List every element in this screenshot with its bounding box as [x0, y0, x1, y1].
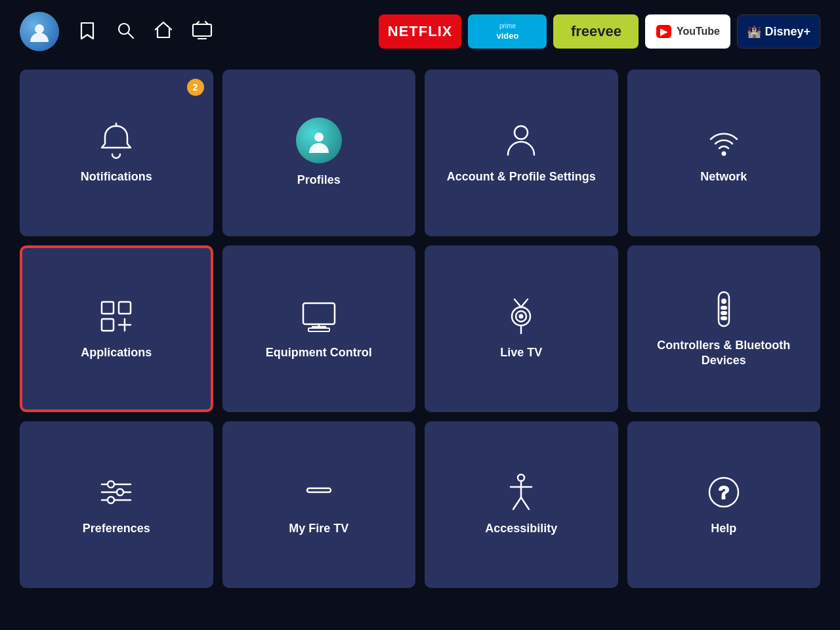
svg-point-35: [117, 489, 123, 495]
network-label: Network: [700, 169, 747, 184]
preferences-tile[interactable]: Preferences: [20, 421, 213, 588]
sliders-icon: [96, 472, 136, 512]
streaming-apps: NETFLIX prime video freevee ▶ YouTube 🏰 …: [379, 14, 820, 49]
svg-point-27: [722, 299, 726, 303]
svg-rect-12: [119, 302, 131, 314]
disney-plus-button[interactable]: 🏰 Disney+: [737, 14, 820, 49]
equipment-control-tile[interactable]: Equipment Control: [222, 245, 416, 412]
svg-line-23: [514, 299, 521, 307]
search-icon[interactable]: [116, 20, 135, 43]
account-profile-settings-tile[interactable]: Account & Profile Settings: [425, 70, 618, 236]
svg-point-9: [514, 126, 528, 139]
accessibility-label: Accessibility: [485, 521, 557, 536]
svg-rect-30: [721, 317, 726, 320]
my-fire-tv-label: My Fire TV: [289, 521, 348, 536]
svg-rect-16: [303, 303, 335, 324]
controllers-bluetooth-label: Controllers & Bluetooth Devices: [640, 338, 808, 369]
netflix-button[interactable]: NETFLIX: [379, 14, 462, 49]
svg-point-22: [520, 315, 523, 318]
svg-line-24: [521, 299, 528, 307]
notifications-tile[interactable]: 2 Notifications: [20, 70, 213, 236]
tv-icon[interactable]: [192, 20, 213, 43]
help-label: Help: [711, 521, 736, 536]
svg-line-41: [513, 497, 521, 509]
preferences-label: Preferences: [83, 521, 150, 536]
avatar[interactable]: [20, 12, 59, 51]
notifications-label: Notifications: [81, 169, 152, 184]
home-icon[interactable]: [154, 20, 173, 43]
netflix-label: NETFLIX: [388, 23, 453, 40]
person-icon: [501, 121, 541, 160]
antenna-icon: [501, 297, 541, 336]
help-tile[interactable]: ? Help: [627, 421, 821, 588]
firetv-icon: [299, 472, 339, 512]
top-nav: NETFLIX prime video freevee ▶ YouTube 🏰 …: [0, 0, 840, 63]
svg-rect-29: [721, 312, 726, 314]
applications-label: Applications: [81, 345, 152, 360]
svg-point-38: [518, 474, 524, 481]
svg-rect-37: [307, 488, 331, 492]
remote-icon: [704, 289, 744, 329]
accessibility-icon: [501, 472, 541, 512]
profiles-icon: [296, 117, 342, 163]
live-tv-label: Live TV: [500, 345, 542, 360]
live-tv-tile[interactable]: Live TV: [425, 245, 618, 412]
prime-video-button[interactable]: prime video: [468, 14, 547, 49]
prime-top-label: prime: [499, 22, 516, 30]
svg-point-34: [108, 481, 114, 488]
svg-point-0: [35, 24, 44, 33]
svg-line-42: [521, 497, 529, 509]
profiles-label: Profiles: [297, 173, 341, 188]
accessibility-tile[interactable]: Accessibility: [425, 421, 618, 588]
my-fire-tv-tile[interactable]: My Fire TV: [222, 421, 416, 588]
svg-rect-19: [308, 328, 329, 331]
freevee-label: freevee: [571, 23, 621, 40]
freevee-button[interactable]: freevee: [553, 14, 639, 49]
youtube-button[interactable]: ▶ YouTube: [645, 14, 730, 49]
svg-rect-28: [721, 306, 726, 309]
wifi-icon: [704, 121, 744, 160]
nav-icons: [77, 20, 213, 43]
help-icon: ?: [704, 472, 744, 512]
svg-text:?: ?: [718, 482, 729, 503]
svg-point-10: [722, 152, 725, 156]
notification-count-badge: 2: [187, 79, 204, 96]
prime-video-label: video: [496, 31, 518, 41]
controllers-bluetooth-tile[interactable]: Controllers & Bluetooth Devices: [627, 245, 821, 412]
profiles-tile[interactable]: Profiles: [222, 70, 416, 236]
apps-icon: [96, 297, 136, 336]
bookmark-icon[interactable]: [77, 20, 97, 43]
disney-plus-label: 🏰 Disney+: [747, 24, 810, 39]
svg-point-36: [108, 497, 114, 503]
applications-tile[interactable]: Applications: [20, 245, 213, 412]
network-tile[interactable]: Network: [627, 70, 821, 236]
settings-grid: 2 Notifications Profiles Account: [0, 63, 840, 601]
svg-rect-13: [102, 319, 114, 331]
svg-point-8: [314, 133, 324, 142]
equipment-control-label: Equipment Control: [266, 345, 372, 360]
svg-rect-3: [193, 24, 211, 36]
svg-line-2: [128, 33, 133, 38]
youtube-icon: ▶: [656, 25, 671, 38]
svg-rect-11: [102, 302, 114, 314]
monitor-icon: [299, 297, 339, 336]
bell-icon: [96, 121, 136, 160]
account-profile-settings-label: Account & Profile Settings: [447, 169, 596, 184]
youtube-label: YouTube: [677, 26, 720, 37]
